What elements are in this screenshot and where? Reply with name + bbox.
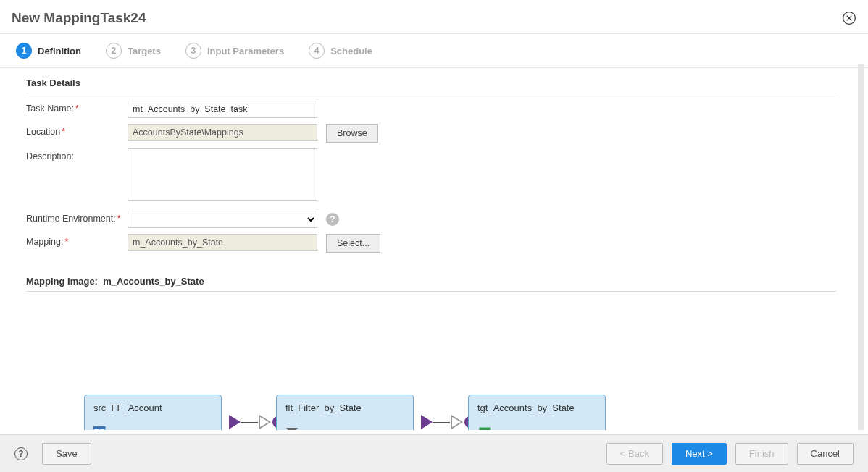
port-in-icon <box>451 415 463 429</box>
description-input[interactable] <box>128 148 317 201</box>
port-out-icon <box>229 415 241 429</box>
mapping-node-source[interactable]: src_FF_Account <box>84 395 222 430</box>
step-number: 3 <box>185 43 201 59</box>
svg-rect-4 <box>93 426 105 429</box>
wizard-steps: 1 Definition 2 Targets 3 Input Parameter… <box>0 34 868 68</box>
port-in-icon <box>259 415 271 429</box>
svg-rect-8 <box>480 428 490 430</box>
step-targets[interactable]: 2 Targets <box>106 43 161 59</box>
close-icon[interactable] <box>842 11 856 25</box>
runtime-env-select[interactable] <box>128 211 317 228</box>
mapping-node-target[interactable]: tgt_Accounts_by_State <box>468 395 606 430</box>
step-definition[interactable]: 1 Definition <box>16 43 81 59</box>
mapping-input[interactable] <box>128 234 317 251</box>
footer-bar: ? Save < Back Next > Finish Cancel <box>0 434 868 472</box>
port-out-icon <box>421 415 433 429</box>
step-number: 1 <box>16 43 32 59</box>
mapping-image-title: Mapping Image: m_Accounts_by_State <box>26 276 836 292</box>
help-icon[interactable]: ? <box>326 213 339 226</box>
label-description: Description: <box>26 148 128 161</box>
back-button[interactable]: < Back <box>606 443 663 465</box>
step-label: Schedule <box>330 46 372 56</box>
filter-icon <box>285 426 299 430</box>
mapping-node-label: src_FF_Account <box>93 403 212 413</box>
label-task-name: Task Name:* <box>26 101 128 114</box>
browse-button[interactable]: Browse <box>326 124 378 143</box>
location-input[interactable] <box>128 124 317 141</box>
mapping-node-label: flt_Filter_by_State <box>285 403 404 413</box>
help-icon[interactable]: ? <box>14 447 28 460</box>
step-label: Targets <box>128 46 161 56</box>
label-location: Location* <box>26 124 128 137</box>
connector-line <box>433 422 450 423</box>
mapping-node-label: tgt_Accounts_by_State <box>477 403 596 413</box>
step-input-parameters[interactable]: 3 Input Parameters <box>185 43 284 59</box>
select-mapping-button[interactable]: Select... <box>326 234 380 253</box>
label-runtime-env: Runtime Environment:* <box>26 211 128 224</box>
next-button[interactable]: Next > <box>672 443 727 465</box>
content-panel: Task Details Task Name:* Location* Brows… <box>4 64 864 430</box>
cancel-button[interactable]: Cancel <box>797 443 854 465</box>
finish-button[interactable]: Finish <box>735 443 788 465</box>
step-number: 4 <box>309 43 325 59</box>
source-table-icon <box>93 426 109 430</box>
step-schedule[interactable]: 4 Schedule <box>309 43 372 59</box>
mapping-canvas: src_FF_Account flt_Filter_by_S <box>26 300 836 430</box>
section-task-details: Task Details <box>26 77 836 93</box>
save-button[interactable]: Save <box>42 443 91 465</box>
label-mapping: Mapping:* <box>26 234 128 247</box>
task-name-input[interactable] <box>128 101 317 118</box>
target-table-icon <box>477 426 492 430</box>
page-title: New MappingTask24 <box>12 10 146 26</box>
step-label: Input Parameters <box>207 46 284 56</box>
mapping-node-filter[interactable]: flt_Filter_by_State <box>276 395 414 430</box>
step-number: 2 <box>106 43 122 59</box>
step-label: Definition <box>38 46 81 56</box>
connector-line <box>241 422 258 423</box>
